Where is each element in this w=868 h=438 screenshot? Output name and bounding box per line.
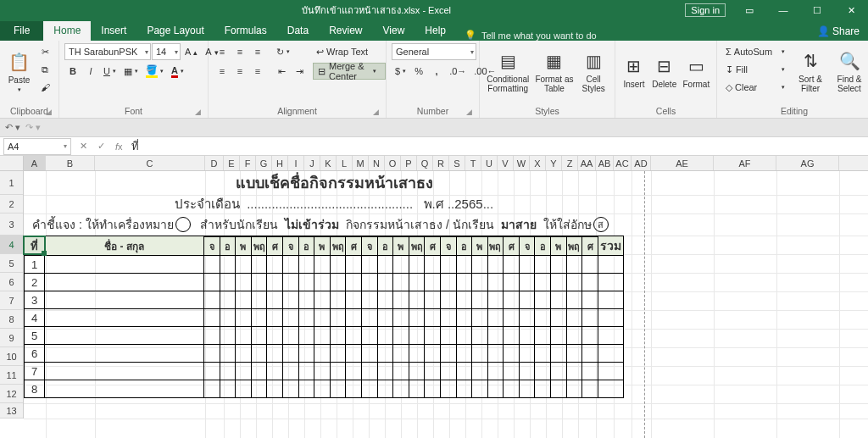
tab-insert[interactable]: Insert	[91, 21, 136, 41]
col-header-K[interactable]: K	[320, 156, 337, 170]
col-header-O[interactable]: O	[385, 156, 401, 170]
worksheet-grid[interactable]: ABCDEFGHIJKLMNOPQRSTUVWXYZAAABACADAEAFAG…	[0, 156, 868, 438]
orientation-button[interactable]: ↻▾	[273, 43, 293, 60]
font-color-button[interactable]: A▾	[168, 63, 187, 80]
tab-view[interactable]: View	[373, 21, 415, 41]
wrap-text-button[interactable]: ↩Wrap Text	[313, 43, 386, 60]
col-header-Q[interactable]: Q	[417, 156, 433, 170]
format-painter-button[interactable]: 🖌	[36, 79, 53, 96]
row-header-10[interactable]: 10	[0, 347, 23, 366]
fill-button[interactable]: ↧Fill▾	[722, 61, 788, 78]
col-header-A[interactable]: A	[24, 156, 46, 170]
align-middle-button[interactable]: ≡	[231, 43, 248, 60]
col-header-P[interactable]: P	[401, 156, 417, 170]
row-header-2[interactable]: 2	[0, 195, 23, 213]
cancel-formula-icon[interactable]: ✕	[75, 141, 92, 152]
row-header-4[interactable]: 4	[0, 236, 23, 254]
row-header-6[interactable]: 6	[0, 273, 23, 291]
ribbon-options-icon[interactable]: ▭	[732, 0, 766, 20]
increase-indent-button[interactable]: ⇥	[291, 63, 308, 80]
signin-button[interactable]: Sign in	[685, 3, 726, 17]
col-header-M[interactable]: M	[353, 156, 369, 170]
row-header-5[interactable]: 5	[0, 254, 23, 273]
align-left-button[interactable]: ≡	[214, 63, 231, 80]
col-header-Z[interactable]: Z	[562, 156, 578, 170]
delete-cells-button[interactable]: ⊟Delete	[651, 43, 678, 99]
cut-button[interactable]: ✂	[36, 43, 53, 60]
align-bottom-button[interactable]: ≡	[249, 43, 266, 60]
row-header-12[interactable]: 12	[0, 385, 23, 403]
increase-decimal-button[interactable]: .0→	[446, 63, 470, 80]
alignment-dialog-icon[interactable]: ◢	[373, 108, 379, 116]
cell-styles-button[interactable]: ▥Cell Styles	[577, 43, 609, 99]
accounting-format-button[interactable]: $▾	[392, 63, 409, 80]
sort-filter-button[interactable]: ⇅Sort & Filter	[793, 43, 827, 99]
col-header-G[interactable]: G	[256, 156, 272, 170]
tab-help[interactable]: Help	[415, 21, 456, 41]
tell-me[interactable]: 💡 Tell me what you want to do	[456, 30, 605, 41]
col-header-AE[interactable]: AE	[651, 156, 714, 170]
redo-button[interactable]: ↷ ▾	[25, 122, 41, 133]
merge-center-button[interactable]: ⊟Merge & Center▾	[313, 63, 386, 80]
clear-button[interactable]: ◇Clear▾	[722, 79, 788, 96]
format-as-table-button[interactable]: ▦Format as Table	[534, 43, 574, 99]
tab-formulas[interactable]: Formulas	[214, 21, 277, 41]
col-header-T[interactable]: T	[465, 156, 481, 170]
autosum-button[interactable]: ΣAutoSum▾	[722, 43, 788, 60]
grow-font-button[interactable]: A▴	[181, 43, 201, 60]
select-all-triangle[interactable]	[0, 156, 24, 171]
row-header-1[interactable]: 1	[0, 171, 23, 195]
col-header-U[interactable]: U	[481, 156, 498, 170]
col-header-AD[interactable]: AD	[632, 156, 651, 170]
col-header-W[interactable]: W	[514, 156, 530, 170]
formula-value[interactable]: ที่	[128, 137, 142, 155]
col-header-B[interactable]: B	[46, 156, 95, 170]
insert-cells-button[interactable]: ⊞Insert	[620, 43, 648, 99]
share-button[interactable]: 👤 Share	[809, 22, 868, 41]
tab-review[interactable]: Review	[319, 21, 372, 41]
maximize-icon[interactable]: ☐	[800, 0, 834, 20]
align-top-button[interactable]: ≡	[214, 43, 231, 60]
format-cells-button[interactable]: ▭Format	[682, 43, 711, 99]
copy-button[interactable]: ⧉	[36, 61, 53, 78]
cells-area[interactable]: แบบเช็คชื่อกิจกรรมหน้าเสาธง ประจำเดือน .…	[24, 171, 868, 438]
font-size-combo[interactable]: 14▾	[152, 43, 181, 60]
col-header-J[interactable]: J	[304, 156, 320, 170]
col-header-AG[interactable]: AG	[776, 156, 839, 170]
col-header-E[interactable]: E	[224, 156, 240, 170]
col-header-F[interactable]: F	[240, 156, 256, 170]
row-headers[interactable]: 12345678910111213	[0, 171, 24, 419]
row-header-8[interactable]: 8	[0, 310, 23, 329]
tab-data[interactable]: Data	[277, 21, 319, 41]
enter-formula-icon[interactable]: ✓	[92, 141, 110, 152]
col-header-Y[interactable]: Y	[546, 156, 562, 170]
comma-button[interactable]: ,	[428, 63, 445, 80]
find-select-button[interactable]: 🔍Find & Select	[832, 43, 866, 99]
col-header-L[interactable]: L	[337, 156, 353, 170]
decrease-indent-button[interactable]: ⇤	[273, 63, 290, 80]
name-box[interactable]: A4▾	[3, 138, 71, 155]
minimize-icon[interactable]: ―	[766, 0, 800, 20]
row-header-3[interactable]: 3	[0, 213, 23, 236]
col-header-R[interactable]: R	[433, 156, 449, 170]
col-header-D[interactable]: D	[205, 156, 224, 170]
undo-button[interactable]: ↶ ▾	[5, 122, 20, 133]
col-header-AF[interactable]: AF	[714, 156, 776, 170]
row-header-9[interactable]: 9	[0, 329, 23, 347]
font-name-combo[interactable]: TH SarabunPSK▾	[64, 43, 151, 60]
number-dialog-icon[interactable]: ◢	[466, 108, 472, 116]
col-header-S[interactable]: S	[449, 156, 465, 170]
fill-color-button[interactable]: 🪣▾	[142, 63, 167, 80]
row-header-11[interactable]: 11	[0, 366, 23, 385]
col-header-AA[interactable]: AA	[578, 156, 596, 170]
active-cell[interactable]	[23, 236, 46, 255]
conditional-formatting-button[interactable]: ▤Conditional Formatting	[485, 43, 531, 99]
tab-file[interactable]: File	[0, 21, 43, 41]
column-headers[interactable]: ABCDEFGHIJKLMNOPQRSTUVWXYZAAABACADAEAFAG	[24, 156, 868, 171]
fx-icon[interactable]: fx	[110, 141, 128, 152]
col-header-AB[interactable]: AB	[596, 156, 614, 170]
underline-button[interactable]: U▾	[100, 63, 120, 80]
row-header-7[interactable]: 7	[0, 291, 23, 310]
borders-button[interactable]: ▦▾	[120, 63, 142, 80]
tab-page-layout[interactable]: Page Layout	[136, 21, 214, 41]
